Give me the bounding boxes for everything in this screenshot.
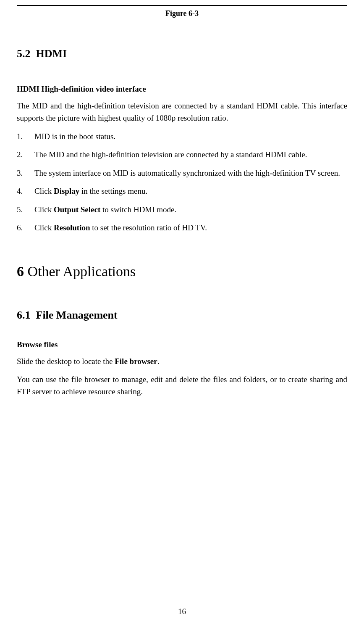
list-item-text: The system interface on MID is automatic… bbox=[34, 167, 347, 179]
page-top-rule bbox=[17, 5, 347, 6]
list-item-text: Click Output Select to switch HDMI mode. bbox=[34, 203, 347, 216]
para1-prefix: Slide the desktop to locate the bbox=[17, 357, 115, 366]
list-item-number: 6. bbox=[17, 222, 34, 234]
list-item-text: Click Resolution to set the resolution r… bbox=[34, 222, 347, 234]
list-item: 5. Click Output Select to switch HDMI mo… bbox=[17, 203, 347, 216]
list-item-number: 1. bbox=[17, 130, 34, 142]
file-mgmt-para2: You can use the file browser to manage, … bbox=[17, 373, 347, 398]
list-item: 2. The MID and the high-definition telev… bbox=[17, 148, 347, 161]
chapter-6-number: 6 bbox=[17, 264, 24, 279]
page-content: Figure 6-3 5.2 HDMI HDMI High-definition… bbox=[0, 5, 364, 398]
browse-files-subheading: Browse files bbox=[17, 340, 347, 349]
hdmi-steps-list: 1. MID is in the boot status. 2. The MID… bbox=[17, 130, 347, 234]
list-item-prefix: Click bbox=[34, 223, 54, 232]
list-item-prefix: Click bbox=[34, 187, 54, 195]
section-5-2-title: HDMI bbox=[36, 47, 67, 60]
list-item-bold: Display bbox=[54, 187, 79, 195]
list-item-bold: Resolution bbox=[54, 223, 90, 232]
list-item-prefix: Click bbox=[34, 205, 54, 214]
hdmi-intro: The MID and the high-definition televisi… bbox=[17, 100, 347, 124]
list-item-suffix: to switch HDMI mode. bbox=[100, 205, 176, 214]
list-item: 3. The system interface on MID is automa… bbox=[17, 167, 347, 179]
section-6-1-heading: 6.1 File Management bbox=[17, 309, 347, 322]
list-item-text: MID is in the boot status. bbox=[34, 130, 347, 142]
figure-caption: Figure 6-3 bbox=[17, 9, 347, 18]
list-item: 1. MID is in the boot status. bbox=[17, 130, 347, 142]
list-item-suffix: in the settings menu. bbox=[79, 187, 147, 195]
section-6-1-title: File Management bbox=[36, 309, 118, 321]
chapter-6-title: Other Applications bbox=[28, 264, 136, 279]
section-6-1-number: 6.1 bbox=[17, 309, 31, 321]
list-item-number: 5. bbox=[17, 203, 34, 216]
list-item: 4. Click Display in the settings menu. bbox=[17, 185, 347, 197]
list-item: 6. Click Resolution to set the resolutio… bbox=[17, 222, 347, 234]
list-item-number: 3. bbox=[17, 167, 34, 179]
list-item-suffix: to set the resolution ratio of HD TV. bbox=[90, 223, 207, 232]
list-item-text: The MID and the high-definition televisi… bbox=[34, 148, 347, 161]
page-number: 16 bbox=[0, 607, 364, 616]
list-item-bold: Output Select bbox=[54, 205, 100, 214]
section-5-2-heading: 5.2 HDMI bbox=[17, 47, 347, 60]
hdmi-subheading: HDMI High-definition video interface bbox=[17, 84, 347, 94]
section-5-2-number: 5.2 bbox=[17, 47, 31, 60]
list-item-number: 4. bbox=[17, 185, 34, 197]
chapter-6-heading: 6 Other Applications bbox=[17, 264, 347, 280]
file-mgmt-para1: Slide the desktop to locate the File bro… bbox=[17, 355, 347, 367]
para1-suffix: . bbox=[157, 357, 160, 366]
para1-bold: File browser bbox=[115, 357, 157, 366]
list-item-text: Click Display in the settings menu. bbox=[34, 185, 347, 197]
list-item-number: 2. bbox=[17, 148, 34, 161]
